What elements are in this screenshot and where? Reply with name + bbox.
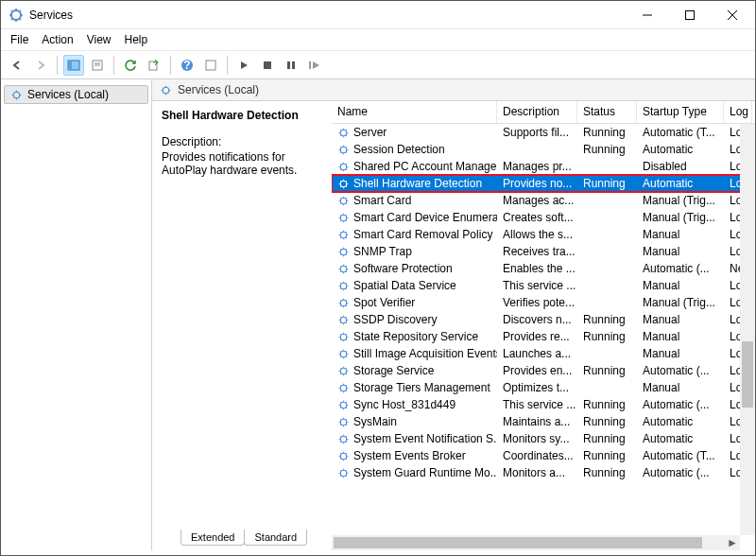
cell-name: Smart Card Device Enumera... <box>332 211 497 224</box>
cell-name: Storage Tiers Management <box>332 381 497 394</box>
pane-header: Services (Local) <box>152 79 755 100</box>
cell-name: Storage Service <box>332 364 497 377</box>
svg-point-18 <box>13 92 20 98</box>
cell-startup: Automatic <box>637 177 724 190</box>
cell-startup: Automatic <box>637 143 724 156</box>
menu-action[interactable]: Action <box>42 33 73 46</box>
col-status[interactable]: Status <box>577 101 637 123</box>
cell-status: Running <box>577 330 637 343</box>
horizontal-scrollbar[interactable]: ◄ ► <box>332 535 740 550</box>
cell-desc: Manages ac... <box>497 194 577 207</box>
cell-desc: Launches a... <box>497 347 577 360</box>
tab-extended[interactable]: Extended <box>180 530 245 546</box>
scroll-right-icon[interactable]: ► <box>725 535 740 550</box>
table-row[interactable]: SSDP DiscoveryDiscovers n...RunningManua… <box>332 311 755 328</box>
col-logon[interactable]: Log <box>724 101 752 123</box>
table-row[interactable]: Shared PC Account ManagerManages pr...Di… <box>332 158 755 175</box>
stop-service-button[interactable] <box>257 55 278 76</box>
close-button[interactable] <box>711 1 753 28</box>
export-button[interactable] <box>144 55 164 76</box>
minimize-button[interactable] <box>626 1 668 28</box>
hscroll-thumb[interactable] <box>334 537 702 548</box>
show-hide-tree-button[interactable] <box>63 55 84 76</box>
svg-point-40 <box>340 470 347 477</box>
table-row[interactable]: Smart Card Device Enumera...Creates soft… <box>332 209 755 226</box>
cell-startup: Manual (Trig... <box>637 296 724 309</box>
svg-point-25 <box>340 215 347 221</box>
refresh-button[interactable] <box>120 55 141 76</box>
start-service-button[interactable] <box>233 55 254 76</box>
cell-name: Still Image Acquisition Events <box>332 347 497 360</box>
menu-bar: File Action View Help <box>1 29 755 51</box>
cell-name: Shared PC Account Manager <box>332 160 497 173</box>
col-name[interactable]: Name <box>332 101 497 123</box>
svg-rect-13 <box>206 61 215 70</box>
cell-desc: Provides en... <box>497 364 577 377</box>
cell-desc: Discovers n... <box>497 313 577 326</box>
col-description[interactable]: Description <box>497 101 577 123</box>
cell-status: Running <box>577 126 637 139</box>
table-row[interactable]: Spot VerifierVerifies pote...Manual (Tri… <box>332 294 755 311</box>
table-row[interactable]: Storage ServiceProvides en...RunningAuto… <box>332 362 755 379</box>
tree-root-services[interactable]: Services (Local) <box>4 85 148 104</box>
scroll-thumb[interactable] <box>742 341 753 408</box>
svg-point-26 <box>340 232 347 238</box>
cell-name: System Event Notification S... <box>332 432 497 445</box>
table-row[interactable]: Shell Hardware DetectionProvides no...Ru… <box>332 175 755 192</box>
table-row[interactable]: Session DetectionRunningAutomaticLoc <box>332 141 755 158</box>
table-row[interactable]: Smart Card Removal PolicyAllows the s...… <box>332 226 755 243</box>
restart-service-button[interactable] <box>304 55 325 76</box>
vertical-scrollbar[interactable] <box>740 124 755 535</box>
menu-help[interactable]: Help <box>125 33 148 46</box>
svg-point-29 <box>340 283 347 289</box>
back-button[interactable] <box>7 55 27 76</box>
cell-status: Running <box>577 432 637 445</box>
table-row[interactable]: System Guard Runtime Mo...Monitors a...R… <box>332 464 755 481</box>
svg-point-0 <box>11 10 21 20</box>
table-row[interactable]: ServerSupports fil...RunningAutomatic (T… <box>332 124 755 141</box>
cell-status: Running <box>577 398 637 411</box>
table-row[interactable]: Smart CardManages ac...Manual (Trig...Lo… <box>332 192 755 209</box>
forward-button[interactable] <box>30 55 51 76</box>
svg-point-33 <box>340 351 347 357</box>
menu-file[interactable]: File <box>10 33 28 46</box>
svg-rect-14 <box>264 61 271 69</box>
table-row[interactable]: SNMP TrapReceives tra...ManualLoc <box>332 243 755 260</box>
cell-startup: Manual <box>637 347 724 360</box>
cell-startup: Manual (Trig... <box>637 194 724 207</box>
table-row[interactable]: State Repository ServiceProvides re...Ru… <box>332 328 755 345</box>
properties-button[interactable] <box>87 55 108 76</box>
maximize-button[interactable] <box>668 1 711 28</box>
svg-point-24 <box>340 198 347 204</box>
table-row[interactable]: Sync Host_831d449This service ...Running… <box>332 396 755 413</box>
svg-point-32 <box>340 334 347 340</box>
table-row[interactable]: System Events BrokerCoordinates...Runnin… <box>332 447 755 464</box>
menu-view[interactable]: View <box>87 33 112 46</box>
cell-name: Software Protection <box>332 262 497 275</box>
table-row[interactable]: Still Image Acquisition EventsLaunches a… <box>332 345 755 362</box>
svg-point-23 <box>340 181 347 187</box>
cell-startup: Manual <box>637 279 724 292</box>
selected-service-name: Shell Hardware Detection <box>162 109 322 122</box>
cell-desc: Creates soft... <box>497 211 577 224</box>
help-button[interactable]: ? <box>177 55 198 76</box>
gear-icon <box>10 89 23 101</box>
main-body: Services (Local) Services (Local) Shell … <box>1 79 755 550</box>
cell-status: Running <box>577 313 637 326</box>
table-row[interactable]: Spatial Data ServiceThis service ...Manu… <box>332 277 755 294</box>
cell-startup: Manual <box>637 245 724 258</box>
cell-desc: Monitors sy... <box>497 432 577 445</box>
cell-status: Running <box>577 466 637 479</box>
table-row[interactable]: Software ProtectionEnables the ...Automa… <box>332 260 755 277</box>
pause-service-button[interactable] <box>281 55 301 76</box>
about-button[interactable] <box>200 55 221 76</box>
table-row[interactable]: Storage Tiers ManagementOptimizes t...Ma… <box>332 379 755 396</box>
svg-point-27 <box>340 249 347 255</box>
tab-standard[interactable]: Standard <box>244 530 307 546</box>
table-row[interactable]: SysMainMaintains a...RunningAutomaticLoc <box>332 413 755 430</box>
table-row[interactable]: System Event Notification S...Monitors s… <box>332 430 755 447</box>
svg-point-39 <box>340 453 347 460</box>
cell-startup: Automatic (T... <box>637 449 724 462</box>
cell-name: Spatial Data Service <box>332 279 497 292</box>
col-startup-type[interactable]: Startup Type <box>637 101 724 123</box>
